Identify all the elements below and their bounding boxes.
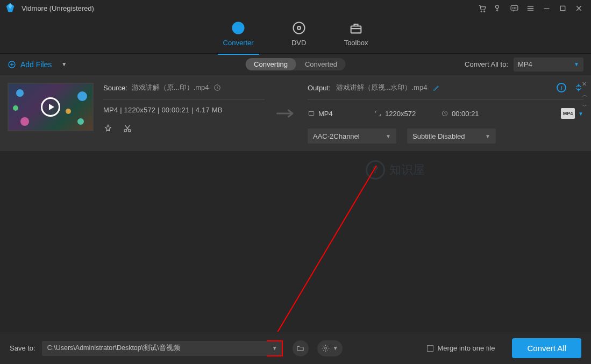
add-files-label: Add Files [20,60,52,69]
source-meta: MP4 | 1220x572 | 00:00:21 | 4.17 MB [103,106,265,114]
tab-label: DVD [291,39,306,47]
format-select-value: MP4 [518,60,532,68]
remove-item-icon[interactable]: ✕ [582,81,588,88]
main-tabs: Converter DVD Toolbox [0,16,591,54]
status-pill-group: Converting Converted [245,58,346,70]
key-icon[interactable] [490,0,506,16]
svg-point-4 [512,8,513,8]
chevron-down-icon: ▼ [333,345,338,351]
tab-toolbox[interactable]: Toolbox [344,20,368,49]
svg-line-27 [271,166,376,343]
svg-point-16 [297,26,301,30]
pill-converting[interactable]: Converting [245,58,296,70]
format-box-label: MP4 [561,108,575,119]
app-title: Vidmore (Unregistered) [22,4,94,12]
add-files-dropdown-icon[interactable]: ▼ [61,61,67,67]
play-icon [41,97,60,117]
output-filename: 游戏讲解（原视...水印）.mp4 [336,83,428,92]
minimize-icon[interactable] [538,0,554,16]
svg-text:i: i [217,85,218,90]
source-filename: 游戏讲解（原...印）.mp4 [132,83,209,92]
svg-point-0 [481,11,482,12]
save-path-field[interactable]: C:\Users\Administrator\Desktop\测试\音视频 [42,341,268,356]
edit-icon[interactable] [432,84,440,92]
watermark: ? 知识屋 [366,160,425,180]
move-down-icon[interactable]: ﹀ [582,102,588,110]
divider [308,99,583,99]
merge-checkbox-group: Merge into one file [427,344,495,352]
chevron-down-icon: ▼ [578,111,583,117]
menu-icon[interactable] [522,0,538,16]
subtitle-select[interactable]: Subtitle Disabled ▼ [407,129,496,144]
output-format-button[interactable]: MP4 ▼ [561,108,583,119]
svg-point-2 [495,5,499,8]
info-icon[interactable]: i [213,84,221,91]
video-thumbnail[interactable] [8,83,94,131]
out-format-chip: MP4 [308,110,367,118]
dvd-icon [291,20,307,35]
svg-point-15 [293,23,304,34]
item-side-controls: ✕ ︿ ﹀ [582,81,588,110]
output-label: Output: [308,84,331,92]
saveto-label: Save to: [10,344,35,352]
open-folder-button[interactable] [293,340,309,356]
svg-point-6 [515,8,516,8]
convert-all-format-select[interactable]: MP4 ▼ [514,58,583,72]
annotation-arrow [264,161,393,355]
add-files-button[interactable]: Add Files ▼ [8,60,67,69]
feedback-icon[interactable] [506,0,522,16]
source-column: Source: 游戏讲解（原...印）.mp4 i MP4 | 1220x572… [103,83,265,144]
cart-icon[interactable] [474,0,490,16]
star-effects-icon[interactable] [103,124,113,133]
arrow-icon [274,83,298,144]
chevron-down-icon: ▼ [386,133,391,139]
move-up-icon[interactable]: ︿ [582,91,588,99]
audio-track-select[interactable]: AAC-2Channel ▼ [308,129,396,144]
convert-all-button[interactable]: Convert All [512,338,581,358]
svg-rect-25 [309,112,314,116]
svg-rect-11 [560,6,565,11]
bottombar: Save to: C:\Users\Administrator\Desktop\… [0,332,591,364]
subbar: Add Files ▼ Converting Converted Convert… [0,54,591,75]
divider [103,99,265,99]
toolbox-icon [348,20,364,35]
convert-all-to-label: Convert All to: [465,60,508,68]
svg-point-1 [483,11,485,12]
svg-rect-17 [351,26,361,33]
out-duration-chip: 00:00:21 [441,110,500,118]
maximize-icon[interactable] [554,0,571,16]
save-path-value: C:\Users\Administrator\Desktop\测试\音视频 [47,344,180,353]
source-label: Source: [103,84,127,92]
save-path-dropdown[interactable]: ▼ [267,340,283,356]
converter-icon [231,20,246,35]
media-info-icon[interactable]: i [557,83,566,92]
tab-label: Toolbox [344,39,368,47]
app-logo-icon [4,2,16,14]
pill-converted[interactable]: Converted [296,58,346,70]
output-column: Output: 游戏讲解（原视...水印）.mp4 i MP4 1220x572 [308,83,583,144]
file-item: Source: 游戏讲解（原...印）.mp4 i MP4 | 1220x572… [0,75,591,151]
merge-checkbox[interactable] [427,345,433,352]
settings-button[interactable]: ▼ [317,340,343,356]
close-icon[interactable] [571,0,587,16]
chevron-down-icon: ▼ [485,133,490,139]
merge-label: Merge into one file [438,344,495,352]
svg-point-5 [514,8,514,8]
tab-converter[interactable]: Converter [223,20,254,49]
svg-point-29 [324,347,326,349]
out-resolution-chip: 1220x572 [374,110,433,118]
tab-dvd[interactable]: DVD [291,20,307,49]
chevron-down-icon: ▼ [574,61,579,67]
titlebar: Vidmore (Unregistered) [0,0,591,16]
tab-label: Converter [223,39,254,47]
cut-icon[interactable] [123,124,132,133]
